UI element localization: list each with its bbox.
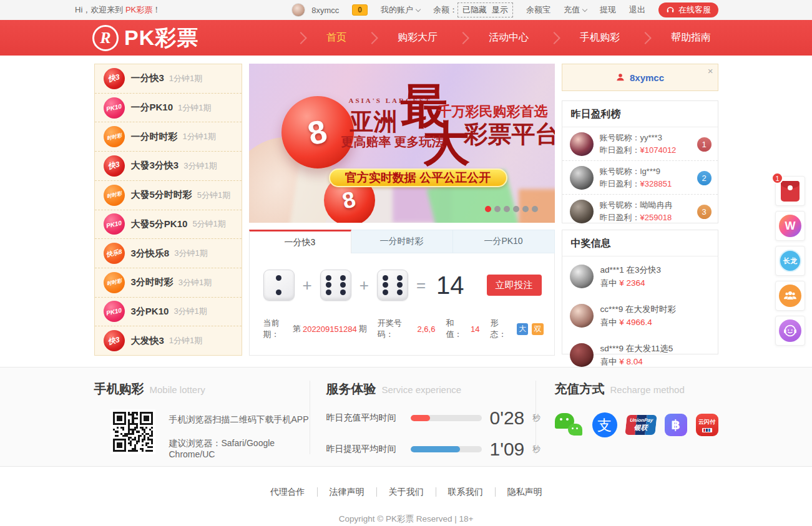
carousel-dot[interactable] (532, 206, 538, 212)
avatar (570, 166, 594, 190)
withdraw-link[interactable]: 提现 (600, 4, 616, 16)
win-text: cc***9 在大发时时彩 (600, 303, 677, 316)
withdraw-time-label: 昨日提现平均时间 (326, 444, 403, 455)
nav-separator (457, 32, 469, 44)
shishicai-icon: 时时彩 (104, 272, 125, 293)
carousel-dot[interactable] (522, 206, 529, 212)
win-row: sd***9 在大发11选5喜中 ¥ 8.04 (562, 335, 718, 374)
lottery-name: 大發3分快3 (131, 160, 179, 172)
user-card-name[interactable]: 8xymcc (630, 72, 664, 83)
promo-banner[interactable]: 8 8 ASIA'S LARGEST 亚洲 最 千万彩民购彩首选 大 彩票平台 … (249, 64, 555, 223)
sidebar-item-3fenkuaile8[interactable]: 快乐83分快乐83分钟1期 (95, 239, 242, 268)
red-packet-icon (781, 181, 800, 202)
footer-link-contact[interactable]: 联系我们 (436, 487, 496, 497)
online-service-button[interactable]: 在线客服 (658, 2, 718, 17)
my-account-label: 我的账户 (381, 5, 413, 14)
win-row: ad***1 在3分快3喜中 ¥ 2364 (562, 256, 718, 296)
sidebar-item-dafa5fenpk10[interactable]: PK10大發5分PK105分钟1期 (95, 210, 242, 240)
chevron-down-icon (582, 7, 587, 12)
sidebar-item-yifenshishicai[interactable]: 时时彩一分时时彩1分钟1期 (95, 122, 242, 152)
win-info-title: 中奖信息 (562, 230, 718, 256)
yunshanfu-icon: 云闪付 (696, 414, 718, 436)
lottery-period: 5分钟1期 (192, 218, 225, 230)
banner-ribbon: 官方实时数据 公平公正公开 (329, 168, 507, 187)
changlong-button[interactable]: 长龙 (775, 246, 805, 276)
group-icon (779, 285, 801, 307)
nickname: 呦呦冉冉 (640, 200, 673, 210)
tab-yifenshishicai[interactable]: 一分时时彩 (351, 230, 453, 253)
my-account-menu[interactable]: 我的账户 (381, 4, 420, 16)
red-packet-button[interactable]: 1 (775, 176, 805, 206)
rank-badge: 1 (697, 137, 712, 152)
footer-link-privacy[interactable]: 隐私声明 (496, 487, 554, 497)
pk10-icon: PK10 (104, 213, 125, 235)
sidebar-item-3fenshishicai[interactable]: 时时彩3分时时彩3分钟1期 (95, 268, 242, 298)
balance-show-button[interactable]: 显示 (492, 4, 508, 16)
balance-hidden-text: 已隐藏 (462, 4, 487, 16)
nickname: yy***3 (640, 133, 662, 142)
message-count-badge[interactable]: 0 (352, 4, 368, 16)
close-icon[interactable]: × (708, 66, 713, 76)
nav-item-mobile-lottery[interactable]: 手机购彩 (571, 31, 629, 44)
main-navbar: R PK彩票 首页 购彩大厅 活动中心 手机购彩 帮助指南 (0, 20, 812, 56)
sidebar-item-dafa5fenshishicai[interactable]: 时时彩大發5分时时彩5分钟1期 (95, 181, 242, 210)
die-3 (377, 270, 408, 301)
online-service-label: 在线客服 (678, 4, 711, 16)
w-app-button[interactable]: W (775, 211, 805, 241)
sidebar-item-dafa3fenkuai3[interactable]: 快3大發3分快33分钟1期 (95, 152, 242, 181)
sum-label: 和值： (446, 318, 469, 340)
recharge-time-bar (411, 415, 482, 421)
username[interactable]: 8xymcc (311, 6, 339, 15)
shishicai-icon: 时时彩 (104, 185, 125, 206)
nav-item-home[interactable]: 首页 (318, 31, 355, 44)
tab-yifenpk10[interactable]: 一分PK10 (453, 230, 555, 253)
kuai3-icon: 快3 (104, 68, 125, 89)
avatar (570, 304, 594, 328)
profit-amount: ¥1074012 (640, 145, 677, 155)
lottery-name: 3分时时彩 (131, 276, 174, 288)
service-subtitle: Service experience (382, 384, 462, 395)
carousel-dot[interactable] (504, 206, 510, 212)
group-button[interactable] (775, 281, 805, 311)
profit-amount: ¥259018 (640, 213, 672, 222)
recharge-title: 充值方式 (555, 382, 605, 396)
user-avatar[interactable] (291, 3, 305, 17)
customer-service-button[interactable] (775, 316, 805, 346)
draw-result-panel: + + = 14 立即投注 当前期：第202209151284期 开奖号码：2,… (249, 253, 555, 356)
withdraw-time-value: 1'09 (490, 439, 525, 460)
bitcoin-icon: ฿ (665, 414, 687, 436)
bet-now-button[interactable]: 立即投注 (487, 275, 542, 296)
lottery-period: 3分钟1期 (183, 160, 217, 172)
recharge-menu[interactable]: 充值 (564, 4, 587, 16)
kuaile8-icon: 快乐8 (104, 243, 125, 264)
draw-numbers-label: 开奖号码： (378, 318, 416, 340)
carousel-dot[interactable] (485, 206, 491, 212)
win-amount: ¥ 4966.4 (619, 318, 652, 327)
logout-link[interactable]: 退出 (629, 4, 645, 16)
carousel-dot[interactable] (513, 206, 519, 212)
win-amount: ¥ 8.04 (619, 357, 643, 366)
nav-separator (548, 32, 560, 44)
tab-yifenkuai3[interactable]: 一分快3 (249, 230, 351, 253)
footer-link-about[interactable]: 关于我们 (377, 487, 436, 497)
sidebar-item-yifenkuai3[interactable]: 快3一分快31分钟1期 (95, 64, 242, 94)
sidebar-item-3fenpk10[interactable]: PK103分PK103分钟1期 (95, 298, 242, 327)
site-logo[interactable]: R PK彩票 (92, 24, 198, 52)
carousel-dot[interactable] (494, 206, 501, 212)
rank-badge: 2 (697, 171, 712, 185)
sidebar-item-yifenpk10[interactable]: PK10一分PK101分钟1期 (95, 94, 242, 123)
footer-link-agent[interactable]: 代理合作 (258, 487, 318, 497)
greeting-brand: PK彩票 (125, 5, 152, 14)
nav-item-activity-center[interactable]: 活动中心 (480, 31, 537, 44)
nav-item-lottery-hall[interactable]: 购彩大厅 (389, 31, 446, 44)
nav-menu: 首页 购彩大厅 活动中心 手机购彩 帮助指南 (284, 20, 720, 56)
sidebar-item-dafakuai3[interactable]: 快3大发快31分钟1期 (95, 326, 242, 355)
nav-item-help-guide[interactable]: 帮助指南 (662, 31, 720, 44)
balance-group: 余额：已隐藏显示 (433, 2, 513, 17)
pk10-icon: PK10 (104, 97, 125, 119)
yuebao-link[interactable]: 余额宝 (526, 4, 550, 16)
footer-link-legal[interactable]: 法律声明 (318, 487, 377, 497)
kuai3-icon: 快3 (104, 155, 125, 177)
period-label: 当前期： (263, 318, 291, 340)
shape-label: 形态： (490, 318, 513, 340)
